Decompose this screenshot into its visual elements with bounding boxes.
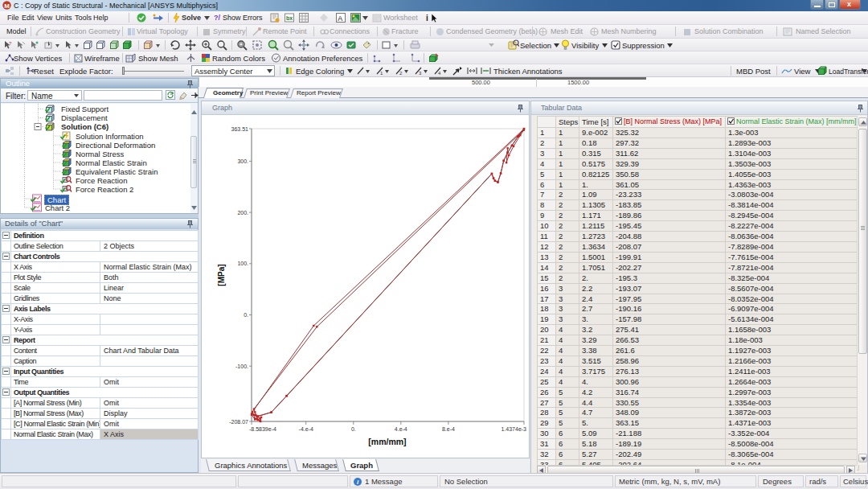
svg-text:0.: 0. (351, 426, 356, 432)
svg-text:8.e-4: 8.e-4 (442, 426, 455, 432)
svg-text:M: M (4, 2, 10, 10)
svg-text:-100.: -100. (235, 364, 248, 369)
svg-text:[mm/mm]: [mm/mm] (368, 437, 406, 446)
svg-text:[MPa]: [MPa] (217, 264, 226, 286)
svg-text:2: 2 (399, 71, 403, 76)
svg-text:300.: 300. (237, 158, 248, 164)
svg-text:200.: 200. (237, 210, 248, 216)
svg-text:-8.5839e-4: -8.5839e-4 (249, 426, 276, 432)
svg-text:-208.07: -208.07 (229, 419, 248, 425)
svg-text:?: ? (9, 41, 12, 46)
svg-text:1.4374e-3: 1.4374e-3 (501, 426, 526, 432)
svg-text:3: 3 (419, 71, 422, 76)
svg-text:100.: 100. (237, 261, 248, 266)
svg-text:-4.e-4: -4.e-4 (299, 426, 313, 432)
svg-text:363.51: 363.51 (231, 126, 249, 132)
svg-text:0.: 0. (244, 312, 248, 318)
svg-text:4: 4 (438, 71, 441, 76)
svg-text:4.e-4: 4.e-4 (395, 426, 407, 432)
svg-text:bx: bx (286, 15, 293, 21)
svg-text:A: A (338, 14, 342, 23)
svg-text:1: 1 (380, 71, 383, 76)
